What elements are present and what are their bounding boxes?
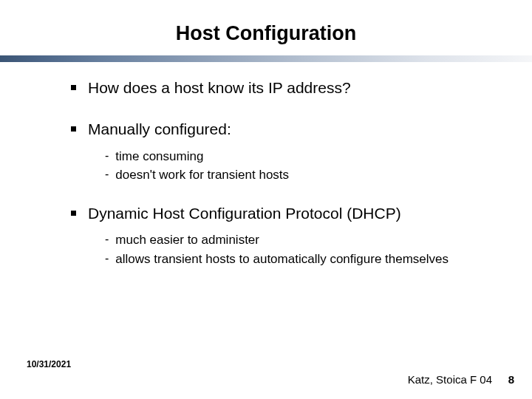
bullet-item: How does a host know its IP address? [71, 78, 480, 98]
sub-list: - time consuming - doesn't work for tran… [71, 149, 480, 184]
divider-bar [0, 55, 532, 62]
bullet-text: How does a host know its IP address? [88, 78, 351, 98]
bullet-text: Manually configured: [88, 120, 231, 139]
sub-item: - much easier to administer [105, 232, 480, 248]
square-bullet-icon [71, 211, 76, 216]
square-bullet-icon [71, 85, 76, 90]
dash-icon: - [105, 149, 109, 163]
dash-icon: - [105, 252, 109, 265]
slide-title: Host Configuration [0, 0, 532, 55]
sub-text: doesn't work for transient hosts [115, 167, 289, 183]
bullet-text: Dynamic Host Configuration Protocol (DHC… [88, 204, 401, 223]
sub-text: much easier to administer [115, 232, 259, 248]
footer-credit: Katz, Stoica F 04 [408, 373, 492, 386]
bullet-item: Dynamic Host Configuration Protocol (DHC… [71, 204, 480, 223]
dash-icon: - [105, 233, 109, 246]
footer-date: 10/31/2021 [27, 359, 71, 369]
footer-page-number: 8 [508, 373, 514, 386]
bullet-item: Manually configured: [71, 120, 480, 139]
sub-list: - much easier to administer - allows tra… [71, 232, 480, 267]
sub-text: allows transient hosts to automatically … [115, 251, 449, 267]
sub-item: - time consuming [105, 149, 480, 165]
sub-text: time consuming [115, 149, 203, 165]
sub-item: - doesn't work for transient hosts [105, 167, 480, 183]
dash-icon: - [105, 168, 109, 181]
slide-body: How does a host know its IP address? Man… [0, 62, 532, 267]
sub-item: - allows transient hosts to automaticall… [105, 251, 480, 267]
square-bullet-icon [71, 126, 76, 132]
